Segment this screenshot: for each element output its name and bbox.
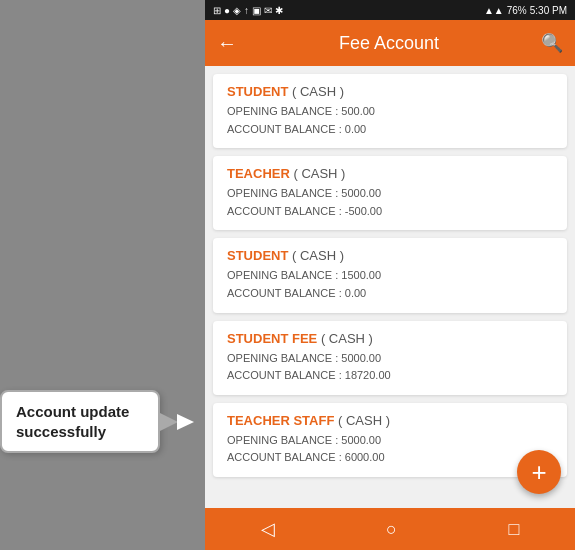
status-right-icons: ▲▲ 76% 5:30 PM [484, 5, 567, 16]
wifi-icon: ◈ [233, 5, 241, 16]
account-type: STUDENT ( CASH ) [227, 84, 553, 99]
upload-icon: ↑ [244, 5, 249, 16]
status-left-icons: ⊞ ● ◈ ↑ ▣ ✉ ✱ [213, 5, 283, 16]
status-bar: ⊞ ● ◈ ↑ ▣ ✉ ✱ ▲▲ 76% 5:30 PM [205, 0, 575, 20]
account-type: STUDENT ( CASH ) [227, 248, 553, 263]
bluetooth-icon: ✱ [275, 5, 283, 16]
mail-icon: ✉ [264, 5, 272, 16]
account-type: TEACHER ( CASH ) [227, 166, 553, 181]
account-balance: ACCOUNT BALANCE : 0.00 [227, 285, 553, 303]
account-balance: ACCOUNT BALANCE : -500.00 [227, 203, 553, 221]
account-method: ( CASH ) [338, 413, 390, 428]
phone-panel: ⊞ ● ◈ ↑ ▣ ✉ ✱ ▲▲ 76% 5:30 PM ← Fee Accou… [205, 0, 575, 550]
account-method: ( CASH ) [321, 331, 373, 346]
account-opening-balance: OPENING BALANCE : 5000.00 [227, 432, 553, 450]
account-type: TEACHER STAFF ( CASH ) [227, 413, 553, 428]
left-background [0, 0, 205, 550]
nav-recent-button[interactable]: □ [508, 519, 519, 540]
account-card[interactable]: TEACHER STAFF ( CASH ) OPENING BALANCE :… [213, 403, 567, 477]
cards-container: STUDENT ( CASH ) OPENING BALANCE : 500.0… [213, 74, 567, 477]
account-card[interactable]: TEACHER ( CASH ) OPENING BALANCE : 5000.… [213, 156, 567, 230]
account-type: STUDENT FEE ( CASH ) [227, 331, 553, 346]
nav-home-button[interactable]: ○ [386, 519, 397, 540]
account-method: ( CASH ) [292, 248, 344, 263]
account-balance: ACCOUNT BALANCE : 18720.00 [227, 367, 553, 385]
image-icon: ▣ [252, 5, 261, 16]
time-display: 5:30 PM [530, 5, 567, 16]
account-balance: ACCOUNT BALANCE : 6000.00 [227, 449, 553, 467]
account-opening-balance: OPENING BALANCE : 5000.00 [227, 350, 553, 368]
toast-container: Account update successfully [0, 390, 160, 453]
account-opening-balance: OPENING BALANCE : 500.00 [227, 103, 553, 121]
back-button[interactable]: ← [217, 32, 237, 55]
account-card[interactable]: STUDENT ( CASH ) OPENING BALANCE : 1500.… [213, 238, 567, 312]
account-method: ( CASH ) [292, 84, 344, 99]
add-account-button[interactable]: + [517, 450, 561, 494]
toast-message: Account update successfully [16, 403, 129, 440]
toast-arrow [158, 412, 178, 432]
account-opening-balance: OPENING BALANCE : 1500.00 [227, 267, 553, 285]
account-card[interactable]: STUDENT FEE ( CASH ) OPENING BALANCE : 5… [213, 321, 567, 395]
search-button[interactable]: 🔍 [541, 32, 563, 54]
signal-icon: ▲▲ [484, 5, 504, 16]
toast-arrow-inner [177, 414, 194, 430]
account-list: STUDENT ( CASH ) OPENING BALANCE : 500.0… [205, 66, 575, 508]
battery-percent: 76% [507, 5, 527, 16]
whatsapp-icon: ● [224, 5, 230, 16]
grid-icon: ⊞ [213, 5, 221, 16]
bottom-navigation: ◁ ○ □ [205, 508, 575, 550]
account-balance: ACCOUNT BALANCE : 0.00 [227, 121, 553, 139]
account-card[interactable]: STUDENT ( CASH ) OPENING BALANCE : 500.0… [213, 74, 567, 148]
account-method: ( CASH ) [293, 166, 345, 181]
app-header: ← Fee Account 🔍 [205, 20, 575, 66]
nav-back-button[interactable]: ◁ [261, 518, 275, 540]
page-title: Fee Account [249, 33, 529, 54]
account-opening-balance: OPENING BALANCE : 5000.00 [227, 185, 553, 203]
toast-box: Account update successfully [0, 390, 160, 453]
